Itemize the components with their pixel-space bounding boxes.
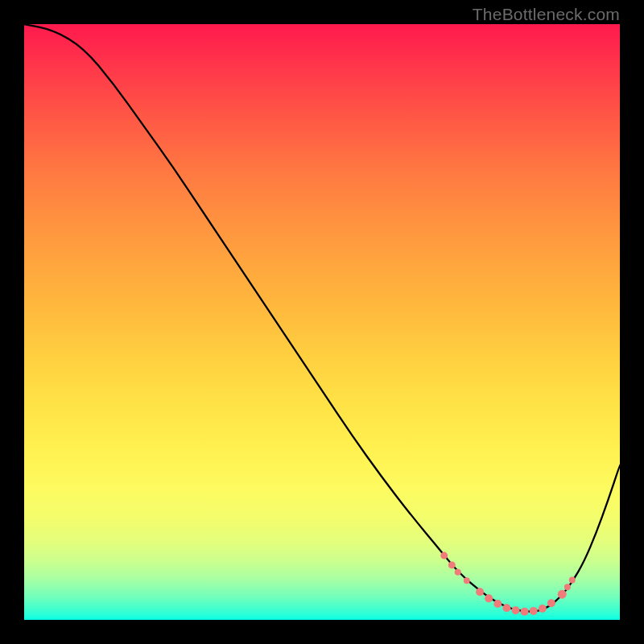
curve-marker <box>464 577 470 584</box>
chart-frame: TheBottleneck.com <box>0 0 644 644</box>
watermark-text: TheBottleneck.com <box>473 5 620 24</box>
curve-marker <box>558 590 567 599</box>
curve-marker <box>521 608 529 616</box>
curve-marker <box>476 588 484 596</box>
bottleneck-curve <box>24 24 620 612</box>
curve-marker <box>485 594 493 602</box>
curve-layer <box>24 24 620 620</box>
curve-marker <box>440 552 448 559</box>
curve-marker <box>502 604 510 612</box>
curve-marker <box>530 607 538 615</box>
curve-marker <box>493 600 502 608</box>
curve-marker <box>512 606 520 614</box>
curve-marker <box>455 569 461 576</box>
curve-marker <box>569 576 576 583</box>
curve-marker <box>448 561 456 568</box>
curve-marker <box>564 584 571 590</box>
curve-marker <box>539 605 547 613</box>
curve-marker <box>547 599 555 607</box>
plot-area <box>24 24 620 620</box>
curve-markers <box>440 552 576 616</box>
